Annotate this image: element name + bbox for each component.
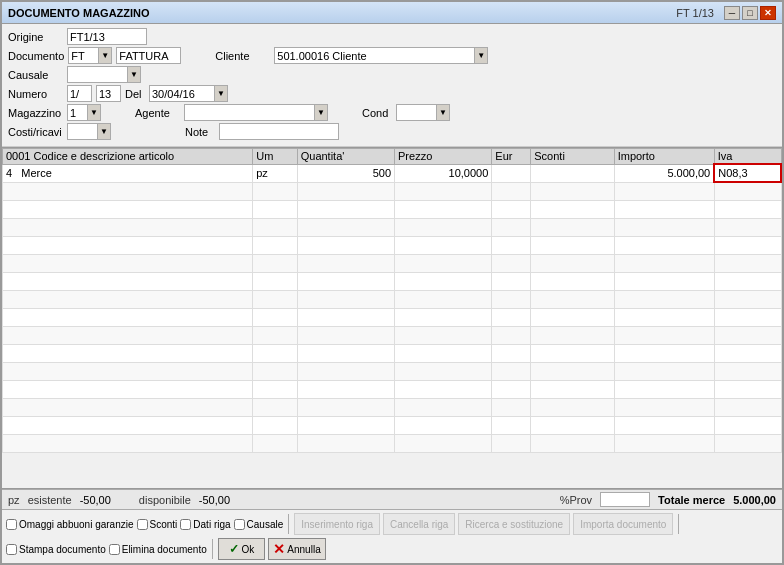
- header-qty: Quantita': [297, 149, 394, 165]
- numero-input[interactable]: [67, 85, 92, 102]
- costi-arrow[interactable]: ▼: [97, 123, 111, 140]
- cell-eur: [492, 164, 531, 182]
- omaggi-checkbox[interactable]: Omaggi abbuoni garanzie: [6, 519, 134, 530]
- sconti-check[interactable]: [137, 519, 148, 530]
- documento-arrow[interactable]: ▼: [98, 47, 112, 64]
- ricerca-button[interactable]: Ricerca e sostituzione: [458, 513, 570, 535]
- stampa-check[interactable]: [6, 544, 17, 555]
- window-controls: FT 1/13 ─ □ ✕: [676, 6, 776, 20]
- magazzino-label: Magazzino: [8, 107, 63, 119]
- importa-button[interactable]: Importa documento: [573, 513, 673, 535]
- form-row-origine: Origine: [8, 28, 776, 45]
- causale-checkbox[interactable]: Causale: [234, 519, 284, 530]
- elimina-checkbox[interactable]: Elimina documento: [109, 544, 207, 555]
- del-date-input[interactable]: [149, 85, 214, 102]
- separator-2: [678, 514, 679, 534]
- note-input[interactable]: [219, 123, 339, 140]
- table-row: [3, 182, 782, 200]
- cell-code: 4 Merce: [3, 164, 253, 182]
- agente-arrow[interactable]: ▼: [314, 104, 328, 121]
- magazzino-combo: ▼: [67, 104, 101, 121]
- esistente-value: -50,00: [80, 494, 111, 506]
- causale-arrow[interactable]: ▼: [127, 66, 141, 83]
- annulla-button[interactable]: ✕ Annulla: [268, 538, 325, 560]
- ok-button[interactable]: ✓ Ok: [218, 538, 266, 560]
- prov-input[interactable]: [600, 492, 650, 507]
- origine-label: Origine: [8, 31, 63, 43]
- header-code: 0001 Codice e descrizione articolo: [3, 149, 253, 165]
- note-label: Note: [185, 126, 215, 138]
- stampa-checkbox[interactable]: Stampa documento: [6, 544, 106, 555]
- table-row[interactable]: 4 Merce pz 500 10,0000 5.000,00 N08,3: [3, 164, 782, 182]
- del-arrow[interactable]: ▼: [214, 85, 228, 102]
- form-row-numero: Numero Del ▼: [8, 85, 776, 102]
- causale-label: Causale: [8, 69, 63, 81]
- form-row-causale: Causale ▼: [8, 66, 776, 83]
- table-row: [3, 416, 782, 434]
- inserimento-button[interactable]: Inserimento riga: [294, 513, 380, 535]
- close-button[interactable]: ✕: [760, 6, 776, 20]
- cell-iva[interactable]: N08,3: [714, 164, 781, 182]
- form-area: Origine Documento ▼ Cliente ▼ Causale ▼: [2, 24, 782, 147]
- omaggi-check[interactable]: [6, 519, 17, 530]
- agente-label: Agente: [135, 107, 180, 119]
- numero-num-input[interactable]: [96, 85, 121, 102]
- dati-checkbox[interactable]: Dati riga: [180, 519, 230, 530]
- table-row: [3, 272, 782, 290]
- table-header-row: 0001 Codice e descrizione articolo Um Qu…: [3, 149, 782, 165]
- maximize-button[interactable]: □: [742, 6, 758, 20]
- cliente-label: Cliente: [215, 50, 270, 62]
- header-um: Um: [253, 149, 297, 165]
- numero-label: Numero: [8, 88, 63, 100]
- documento-type-input[interactable]: [68, 47, 98, 64]
- table-row: [3, 254, 782, 272]
- totale-merce-label: Totale merce: [658, 494, 725, 506]
- form-row-costi: Costi/ricavi ▼ Note: [8, 123, 776, 140]
- costi-input[interactable]: [67, 123, 97, 140]
- disponibile-value: -50,00: [199, 494, 230, 506]
- minimize-button[interactable]: ─: [724, 6, 740, 20]
- cliente-combo: ▼: [274, 47, 488, 64]
- cancella-button[interactable]: Cancella riga: [383, 513, 455, 535]
- cliente-input[interactable]: [274, 47, 474, 64]
- elimina-label: Elimina documento: [122, 544, 207, 555]
- bottom-stats: pz esistente -50,00 disponibile -50,00 %…: [2, 489, 782, 510]
- sconti-checkbox[interactable]: Sconti: [137, 519, 178, 530]
- costi-label: Costi/ricavi: [8, 126, 63, 138]
- cliente-arrow[interactable]: ▼: [474, 47, 488, 64]
- documento-desc-input[interactable]: [116, 47, 181, 64]
- stampa-label: Stampa documento: [19, 544, 106, 555]
- cond-input[interactable]: [396, 104, 436, 121]
- magazzino-arrow[interactable]: ▼: [87, 104, 101, 121]
- causale-btn-label: Causale: [247, 519, 284, 530]
- dati-check[interactable]: [180, 519, 191, 530]
- causale-check[interactable]: [234, 519, 245, 530]
- header-price: Prezzo: [395, 149, 492, 165]
- causale-combo: ▼: [67, 66, 141, 83]
- table-row: [3, 398, 782, 416]
- cell-qty: 500: [297, 164, 394, 182]
- table-row: [3, 434, 782, 452]
- esistente-label: esistente: [28, 494, 72, 506]
- table-row: [3, 308, 782, 326]
- sconti-label: Sconti: [150, 519, 178, 530]
- doc-ref-label: FT 1/13: [676, 7, 714, 19]
- dati-label: Dati riga: [193, 519, 230, 530]
- data-table: 0001 Codice e descrizione articolo Um Qu…: [2, 148, 782, 453]
- table-row: [3, 200, 782, 218]
- cond-arrow[interactable]: ▼: [436, 104, 450, 121]
- pz-label: pz: [8, 494, 20, 506]
- header-importo: Importo: [614, 149, 714, 165]
- ok-check-icon: ✓: [229, 542, 239, 556]
- causale-input[interactable]: [67, 66, 127, 83]
- disponibile-label: disponibile: [139, 494, 191, 506]
- magazzino-input[interactable]: [67, 104, 87, 121]
- origine-input[interactable]: [67, 28, 147, 45]
- costi-combo: ▼: [67, 123, 111, 140]
- main-window: DOCUMENTO MAGAZZINO FT 1/13 ─ □ ✕ Origin…: [0, 0, 784, 565]
- agente-input[interactable]: [184, 104, 314, 121]
- del-combo: ▼: [149, 85, 228, 102]
- header-iva: Iva: [714, 149, 781, 165]
- elimina-check[interactable]: [109, 544, 120, 555]
- table-row: [3, 326, 782, 344]
